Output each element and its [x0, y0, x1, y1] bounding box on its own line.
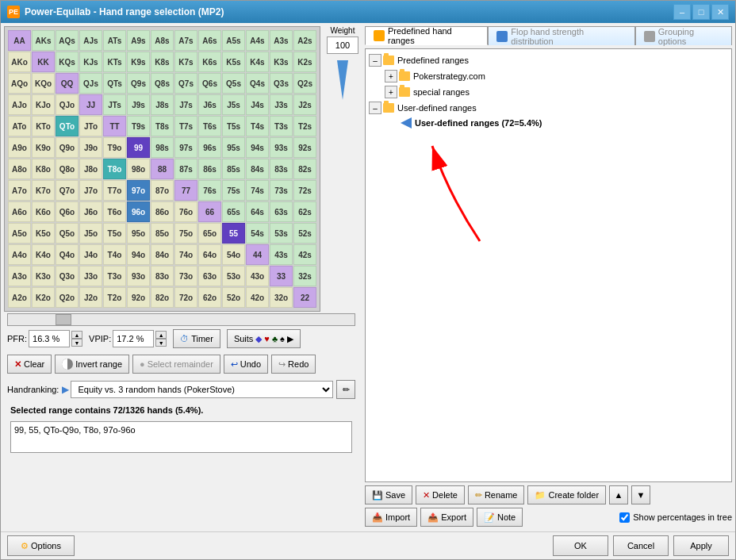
hand-cell-86o[interactable]: 86o	[151, 201, 174, 222]
hand-cell-65o[interactable]: 65o	[198, 223, 221, 244]
hand-cell-ATs[interactable]: ATs	[103, 30, 126, 51]
pfr-down[interactable]: ▼	[71, 339, 82, 347]
redo-button[interactable]: ↪ Redo	[271, 355, 316, 374]
vpip-up[interactable]: ▲	[155, 331, 167, 339]
hand-cell-T7o[interactable]: T7o	[103, 180, 126, 201]
hand-cell-Q8s[interactable]: Q8s	[151, 73, 174, 94]
hand-cell-J4s[interactable]: J4s	[246, 94, 269, 115]
hand-cell-A9o[interactable]: A9o	[8, 137, 31, 158]
hand-cell-J4o[interactable]: J4o	[79, 244, 102, 265]
move-up-button[interactable]: ▲	[609, 485, 628, 504]
hand-cell-Q2s[interactable]: Q2s	[293, 73, 316, 94]
hand-cell-QTs[interactable]: QTs	[103, 73, 126, 94]
hand-cell-22[interactable]: 22	[293, 287, 316, 308]
hand-cell-TT[interactable]: TT	[103, 116, 126, 136]
hand-cell-55[interactable]: 55	[222, 223, 245, 244]
hand-cell-T4o[interactable]: T4o	[103, 244, 126, 265]
clear-button[interactable]: ✕ Clear	[7, 355, 52, 374]
select-remainder-button[interactable]: ● Select remainder	[132, 355, 220, 374]
hand-cell-QJo[interactable]: QJo	[56, 94, 79, 115]
hand-cell-53o[interactable]: 53o	[222, 266, 245, 286]
hand-cell-J5s[interactable]: J5s	[222, 94, 245, 115]
hand-cell-76o[interactable]: 76o	[174, 201, 197, 222]
handranking-select[interactable]: Equity vs. 3 random hands (PokerStove)	[71, 381, 333, 398]
hand-cell-J5o[interactable]: J5o	[79, 223, 102, 244]
tree-item-predefined-root[interactable]: – Predefined ranges	[369, 52, 728, 68]
maximize-button[interactable]: □	[692, 4, 710, 20]
hand-cell-82o[interactable]: 82o	[151, 287, 174, 308]
hand-cell-52s[interactable]: 52s	[293, 223, 316, 244]
hand-cell-Q5s[interactable]: Q5s	[222, 73, 245, 94]
hand-cell-A2s[interactable]: A2s	[293, 30, 316, 51]
hand-cell-62o[interactable]: 62o	[198, 287, 221, 308]
hand-cell-43s[interactable]: 43s	[270, 244, 293, 265]
hand-cell-54s[interactable]: 54s	[246, 223, 269, 244]
hand-cell-86s[interactable]: 86s	[198, 159, 221, 179]
hand-cell-T5s[interactable]: T5s	[222, 116, 245, 136]
hand-cell-42o[interactable]: 42o	[246, 287, 269, 308]
hand-cell-83o[interactable]: 83o	[151, 266, 174, 286]
hand-cell-A5o[interactable]: A5o	[8, 223, 31, 244]
hand-cell-A7s[interactable]: A7s	[174, 30, 197, 51]
hand-cell-43o[interactable]: 43o	[246, 266, 269, 286]
hand-cell-A2o[interactable]: A2o	[8, 287, 31, 308]
ok-button[interactable]: OK	[553, 535, 608, 556]
cancel-button[interactable]: Cancel	[613, 535, 669, 556]
hand-cell-J8s[interactable]: J8s	[151, 94, 174, 115]
hand-cell-73o[interactable]: 73o	[174, 266, 197, 286]
hand-cell-J7s[interactable]: J7s	[174, 94, 197, 115]
vpip-down[interactable]: ▼	[155, 339, 167, 347]
hand-cell-K8o[interactable]: K8o	[32, 159, 55, 179]
import-button[interactable]: 📥 Import	[365, 508, 417, 527]
hand-cell-K3o[interactable]: K3o	[32, 266, 55, 286]
hand-cell-Q3o[interactable]: Q3o	[56, 266, 79, 286]
hand-cell-95s[interactable]: 95s	[222, 137, 245, 158]
hand-cell-Q4o[interactable]: Q4o	[56, 244, 79, 265]
hand-cell-A6o[interactable]: A6o	[8, 201, 31, 222]
hand-cell-84o[interactable]: 84o	[151, 244, 174, 265]
hand-cell-AKs[interactable]: AKs	[32, 30, 55, 51]
hand-cell-33[interactable]: 33	[270, 266, 293, 286]
hand-cell-Q6s[interactable]: Q6s	[198, 73, 221, 94]
hand-cell-A6s[interactable]: A6s	[198, 30, 221, 51]
hand-cell-95o[interactable]: 95o	[127, 223, 150, 244]
tree-item-special[interactable]: + special ranges	[369, 84, 728, 100]
tree-toggle-user-defined[interactable]: –	[369, 102, 381, 114]
hand-cell-K7s[interactable]: K7s	[174, 52, 197, 72]
close-button[interactable]: ✕	[711, 4, 729, 20]
hand-cell-T3s[interactable]: T3s	[270, 116, 293, 136]
hand-cell-84s[interactable]: 84s	[246, 159, 269, 179]
hand-cell-A5s[interactable]: A5s	[222, 30, 245, 51]
hand-cell-AJs[interactable]: AJs	[79, 30, 102, 51]
hand-cell-87s[interactable]: 87s	[174, 159, 197, 179]
hand-cell-A3s[interactable]: A3s	[270, 30, 293, 51]
hand-cell-97o[interactable]: 97o	[127, 180, 150, 201]
tree-item-user-defined[interactable]: – User-defined ranges	[369, 100, 728, 116]
vpip-input[interactable]	[113, 330, 154, 347]
tree-toggle-special[interactable]: +	[385, 86, 397, 98]
hand-cell-AKo[interactable]: AKo	[8, 52, 31, 72]
hand-cell-K4s[interactable]: K4s	[246, 52, 269, 72]
tab-flop[interactable]: Flop hand strength distribution	[488, 26, 634, 45]
hand-cell-A3o[interactable]: A3o	[8, 266, 31, 286]
delete-button[interactable]: ✕ Delete	[416, 485, 465, 504]
hand-cell-K4o[interactable]: K4o	[32, 244, 55, 265]
hand-cell-K6s[interactable]: K6s	[198, 52, 221, 72]
hand-cell-74s[interactable]: 74s	[246, 180, 269, 201]
weight-input[interactable]	[327, 36, 358, 54]
hand-cell-44[interactable]: 44	[246, 244, 269, 265]
hand-cell-88[interactable]: 88	[151, 159, 174, 179]
pfr-input[interactable]	[29, 330, 70, 347]
hand-cell-J3s[interactable]: J3s	[270, 94, 293, 115]
hand-cell-Q6o[interactable]: Q6o	[56, 201, 79, 222]
hand-cell-QQ[interactable]: QQ	[56, 73, 79, 94]
hand-cell-96s[interactable]: 96s	[198, 137, 221, 158]
hand-cell-JJ[interactable]: JJ	[79, 94, 102, 115]
hand-cell-AQo[interactable]: AQo	[8, 73, 31, 94]
hand-cell-K3s[interactable]: K3s	[270, 52, 293, 72]
hand-cell-T5o[interactable]: T5o	[103, 223, 126, 244]
save-button[interactable]: 💾 Save	[365, 485, 412, 504]
hand-cell-32o[interactable]: 32o	[270, 287, 293, 308]
tree-toggle-predefined[interactable]: –	[369, 54, 381, 67]
hand-cell-A8o[interactable]: A8o	[8, 159, 31, 179]
